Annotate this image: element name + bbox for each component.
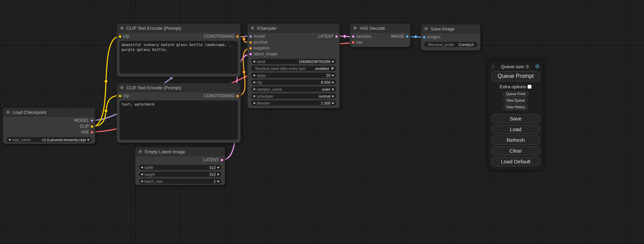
node-clip-text-encode-negative[interactable]: CLIP Text Encode (Prompt) clip CONDITION… bbox=[117, 83, 241, 143]
output-dot-conditioning[interactable] bbox=[236, 94, 239, 98]
input-dot-latent-image[interactable] bbox=[249, 53, 252, 56]
arrow-left-icon[interactable]: ◀ bbox=[141, 179, 143, 184]
output-label-clip: CLIP bbox=[80, 124, 89, 129]
node-header[interactable]: Save Image bbox=[421, 25, 480, 33]
widget-random-seed-toggle[interactable]: Random seed after every gen enabled bbox=[251, 66, 336, 71]
input-dot-model[interactable] bbox=[249, 35, 252, 38]
collapse-dot-icon[interactable] bbox=[251, 26, 254, 30]
arrow-right-icon[interactable]: ▶ bbox=[332, 87, 334, 92]
extra-options-label: Extra options bbox=[500, 84, 526, 89]
slot-row: clip CONDITIONING bbox=[117, 93, 240, 99]
arrow-right-icon[interactable]: ▶ bbox=[88, 137, 90, 142]
widget-denoise[interactable]: ◀ denoise 1.000 ▶ bbox=[251, 100, 336, 106]
widget-sampler-name[interactable]: ◀ sampler_name euler ▶ bbox=[251, 87, 336, 92]
output-dot-clip[interactable] bbox=[90, 125, 94, 128]
input-dot-samples[interactable] bbox=[352, 35, 355, 38]
node-header[interactable]: CLIP Text Encode (Prompt) bbox=[117, 24, 240, 33]
collapse-dot-icon[interactable] bbox=[6, 110, 10, 114]
arrow-left-icon[interactable]: ◀ bbox=[141, 172, 143, 177]
view-queue-button[interactable]: View Queue bbox=[503, 98, 528, 103]
slot-row: positive bbox=[248, 39, 339, 45]
widget-ckpt-name[interactable]: ◀ ckpt_name v1-5-pruned-emaonly.ckpt ▶ bbox=[7, 137, 91, 142]
widget-value: 1 bbox=[214, 179, 216, 183]
arrow-left-icon[interactable]: ◀ bbox=[253, 87, 255, 92]
widget-scheduler[interactable]: ◀ scheduler normal ▶ bbox=[251, 93, 336, 99]
slot-row: model LATENT bbox=[248, 34, 339, 39]
arrow-left-icon[interactable]: ◀ bbox=[253, 59, 255, 64]
link-midpoint-dot bbox=[242, 38, 246, 41]
extra-options-checkbox[interactable] bbox=[528, 85, 531, 89]
clear-button[interactable]: Clear bbox=[492, 146, 540, 155]
negative-prompt-textarea[interactable]: text, watermark bbox=[120, 100, 238, 140]
node-clip-text-encode-positive[interactable]: CLIP Text Encode (Prompt) clip CONDITION… bbox=[117, 24, 241, 77]
input-dot-clip[interactable] bbox=[118, 94, 122, 98]
node-header[interactable]: CLIP Text Encode (Prompt) bbox=[117, 83, 240, 92]
wire-clip-to-negative-prompt bbox=[92, 96, 120, 126]
arrow-right-icon[interactable]: ▶ bbox=[332, 73, 334, 78]
widget-steps[interactable]: ◀ steps 20 ▶ bbox=[251, 73, 336, 78]
arrow-right-icon[interactable]: ▶ bbox=[332, 100, 334, 106]
save-button[interactable]: Save bbox=[492, 114, 540, 123]
node-load-checkpoint[interactable]: Load Checkpoint MODEL CLIP VAE ◀ ckpt_na… bbox=[3, 108, 95, 144]
load-default-button[interactable]: Load Default bbox=[492, 157, 540, 166]
output-dot-latent[interactable] bbox=[220, 159, 223, 162]
arrow-left-icon[interactable]: ◀ bbox=[141, 165, 143, 170]
widget-filename-prefix[interactable]: filename_prefix ComfyUI bbox=[424, 42, 477, 47]
refresh-button[interactable]: Refresh bbox=[492, 136, 540, 145]
input-dot-clip[interactable] bbox=[118, 35, 122, 38]
output-dot-conditioning[interactable] bbox=[236, 35, 239, 38]
arrow-right-icon[interactable]: ▶ bbox=[218, 179, 220, 184]
positive-prompt-textarea[interactable]: beautiful scenery nature glass bottle la… bbox=[120, 41, 238, 74]
input-label-samples: samples bbox=[356, 34, 372, 39]
output-dot-model[interactable] bbox=[90, 119, 94, 122]
output-dot-vae[interactable] bbox=[90, 131, 94, 134]
drag-handle-icon[interactable]: ⣿ bbox=[492, 64, 494, 69]
arrow-left-icon[interactable]: ◀ bbox=[8, 137, 10, 142]
widget-label: sampler_name bbox=[257, 87, 282, 91]
node-header[interactable]: Load Checkpoint bbox=[3, 108, 95, 117]
input-dot-negative[interactable] bbox=[249, 47, 252, 50]
arrow-right-icon[interactable]: ▶ bbox=[332, 80, 334, 85]
collapse-dot-icon[interactable] bbox=[139, 150, 142, 153]
history-row: View History bbox=[492, 104, 540, 110]
node-empty-latent-image[interactable]: Empty Latent Image LATENT ◀ width 512 ▶ … bbox=[135, 147, 225, 185]
node-header[interactable]: Empty Latent Image bbox=[135, 147, 225, 156]
node-ksampler[interactable]: KSampler model LATENT positive negative … bbox=[247, 24, 340, 108]
queue-prompt-button[interactable]: Queue Prompt bbox=[492, 71, 540, 81]
arrow-left-icon[interactable]: ◀ bbox=[253, 80, 255, 85]
node-header[interactable]: VAE Decode bbox=[350, 24, 410, 33]
widget-seed[interactable]: ◀ seed 156680208700286 ▶ bbox=[251, 59, 336, 64]
widget-label: height bbox=[144, 172, 155, 177]
input-dot-positive[interactable] bbox=[249, 41, 252, 44]
arrow-right-icon[interactable]: ▶ bbox=[218, 165, 220, 170]
arrow-right-icon[interactable]: ▶ bbox=[218, 172, 220, 177]
arrow-left-icon[interactable]: ◀ bbox=[253, 93, 255, 99]
workflow-actions: Save Load Refresh Clear Load Default bbox=[492, 114, 540, 166]
collapse-dot-icon[interactable] bbox=[120, 86, 124, 89]
output-dot-latent[interactable] bbox=[335, 35, 338, 38]
node-save-image[interactable]: Save Image images filename_prefix ComfyU… bbox=[421, 24, 480, 51]
view-history-button[interactable]: View History bbox=[503, 105, 528, 110]
node-header[interactable]: KSampler bbox=[248, 24, 339, 33]
arrow-right-icon[interactable]: ▶ bbox=[332, 93, 334, 99]
widget-height[interactable]: ◀ height 512 ▶ bbox=[139, 172, 221, 177]
collapse-dot-icon[interactable] bbox=[353, 26, 357, 30]
load-button[interactable]: Load bbox=[492, 125, 540, 134]
arrow-left-icon[interactable]: ◀ bbox=[253, 100, 255, 106]
arrow-left-icon[interactable]: ◀ bbox=[253, 73, 255, 78]
collapse-dot-icon[interactable] bbox=[424, 27, 428, 30]
queue-front-button[interactable]: Queue Front bbox=[503, 91, 528, 97]
output-dot-image[interactable] bbox=[406, 35, 409, 38]
input-dot-vae[interactable] bbox=[352, 41, 355, 44]
collapse-dot-icon[interactable] bbox=[120, 26, 124, 30]
arrow-right-icon[interactable]: ▶ bbox=[332, 59, 334, 64]
widget-cfg[interactable]: ◀ cfg 8.000 ▶ bbox=[251, 80, 336, 85]
input-dot-images[interactable] bbox=[423, 36, 426, 39]
link-midpoint-dot bbox=[242, 71, 246, 74]
widget-batch-size[interactable]: ◀ batch_size 1 ▶ bbox=[139, 179, 221, 184]
widget-width[interactable]: ◀ width 512 ▶ bbox=[139, 165, 221, 170]
widget-value: 1.000 bbox=[321, 101, 330, 105]
node-vae-decode[interactable]: VAE Decode samples IMAGE vae bbox=[350, 24, 411, 47]
toggle-indicator-icon[interactable] bbox=[331, 67, 334, 70]
settings-gear-icon[interactable]: ⚙ bbox=[535, 63, 540, 70]
